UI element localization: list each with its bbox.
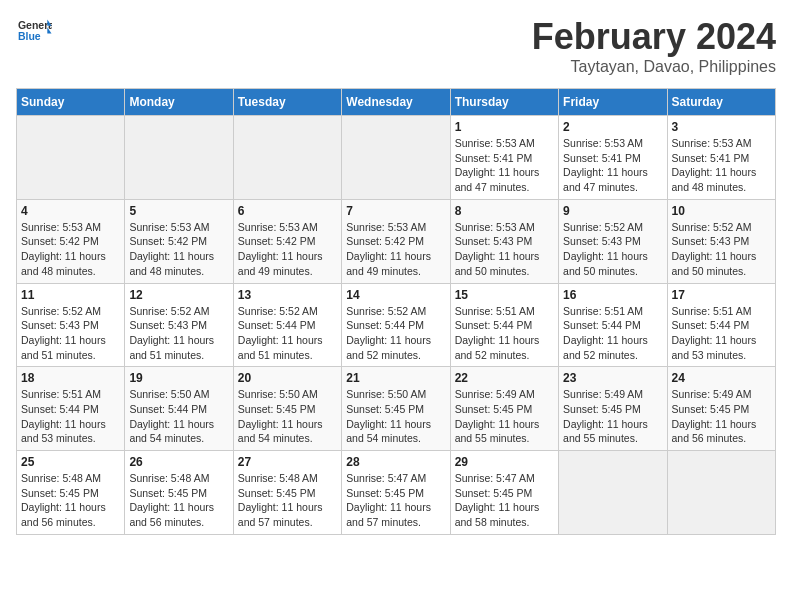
day-info: Sunrise: 5:50 AMSunset: 5:45 PMDaylight:… [238, 387, 337, 446]
calendar-cell [342, 116, 450, 200]
day-info: Sunrise: 5:52 AMSunset: 5:43 PMDaylight:… [672, 220, 771, 279]
day-info: Sunrise: 5:50 AMSunset: 5:45 PMDaylight:… [346, 387, 445, 446]
title-section: February 2024 Taytayan, Davao, Philippin… [532, 16, 776, 76]
svg-text:Blue: Blue [18, 30, 41, 42]
day-number: 14 [346, 288, 445, 302]
day-info: Sunrise: 5:49 AMSunset: 5:45 PMDaylight:… [672, 387, 771, 446]
calendar-cell: 6Sunrise: 5:53 AMSunset: 5:42 PMDaylight… [233, 199, 341, 283]
day-number: 19 [129, 371, 228, 385]
day-info: Sunrise: 5:48 AMSunset: 5:45 PMDaylight:… [238, 471, 337, 530]
calendar-cell [667, 451, 775, 535]
calendar-cell: 23Sunrise: 5:49 AMSunset: 5:45 PMDayligh… [559, 367, 667, 451]
calendar-cell: 21Sunrise: 5:50 AMSunset: 5:45 PMDayligh… [342, 367, 450, 451]
day-number: 13 [238, 288, 337, 302]
day-number: 18 [21, 371, 120, 385]
day-number: 29 [455, 455, 554, 469]
day-info: Sunrise: 5:47 AMSunset: 5:45 PMDaylight:… [455, 471, 554, 530]
day-number: 8 [455, 204, 554, 218]
day-info: Sunrise: 5:51 AMSunset: 5:44 PMDaylight:… [563, 304, 662, 363]
column-header-monday: Monday [125, 89, 233, 116]
day-info: Sunrise: 5:50 AMSunset: 5:44 PMDaylight:… [129, 387, 228, 446]
calendar-cell: 20Sunrise: 5:50 AMSunset: 5:45 PMDayligh… [233, 367, 341, 451]
day-number: 17 [672, 288, 771, 302]
day-info: Sunrise: 5:48 AMSunset: 5:45 PMDaylight:… [129, 471, 228, 530]
calendar-week-row: 18Sunrise: 5:51 AMSunset: 5:44 PMDayligh… [17, 367, 776, 451]
day-number: 16 [563, 288, 662, 302]
day-info: Sunrise: 5:52 AMSunset: 5:43 PMDaylight:… [129, 304, 228, 363]
calendar-cell: 8Sunrise: 5:53 AMSunset: 5:43 PMDaylight… [450, 199, 558, 283]
day-number: 27 [238, 455, 337, 469]
day-info: Sunrise: 5:48 AMSunset: 5:45 PMDaylight:… [21, 471, 120, 530]
day-info: Sunrise: 5:53 AMSunset: 5:42 PMDaylight:… [129, 220, 228, 279]
calendar-table: SundayMondayTuesdayWednesdayThursdayFrid… [16, 88, 776, 535]
day-number: 24 [672, 371, 771, 385]
calendar-cell: 18Sunrise: 5:51 AMSunset: 5:44 PMDayligh… [17, 367, 125, 451]
day-number: 21 [346, 371, 445, 385]
day-number: 12 [129, 288, 228, 302]
calendar-cell: 5Sunrise: 5:53 AMSunset: 5:42 PMDaylight… [125, 199, 233, 283]
day-number: 7 [346, 204, 445, 218]
column-header-friday: Friday [559, 89, 667, 116]
day-number: 4 [21, 204, 120, 218]
calendar-cell: 27Sunrise: 5:48 AMSunset: 5:45 PMDayligh… [233, 451, 341, 535]
day-info: Sunrise: 5:51 AMSunset: 5:44 PMDaylight:… [21, 387, 120, 446]
calendar-cell: 15Sunrise: 5:51 AMSunset: 5:44 PMDayligh… [450, 283, 558, 367]
day-number: 28 [346, 455, 445, 469]
column-header-wednesday: Wednesday [342, 89, 450, 116]
day-number: 15 [455, 288, 554, 302]
day-number: 20 [238, 371, 337, 385]
calendar-cell: 2Sunrise: 5:53 AMSunset: 5:41 PMDaylight… [559, 116, 667, 200]
page-header: General Blue February 2024 Taytayan, Dav… [16, 16, 776, 76]
day-info: Sunrise: 5:53 AMSunset: 5:42 PMDaylight:… [21, 220, 120, 279]
day-number: 6 [238, 204, 337, 218]
calendar-cell: 9Sunrise: 5:52 AMSunset: 5:43 PMDaylight… [559, 199, 667, 283]
calendar-cell: 14Sunrise: 5:52 AMSunset: 5:44 PMDayligh… [342, 283, 450, 367]
day-number: 23 [563, 371, 662, 385]
day-info: Sunrise: 5:47 AMSunset: 5:45 PMDaylight:… [346, 471, 445, 530]
day-info: Sunrise: 5:49 AMSunset: 5:45 PMDaylight:… [563, 387, 662, 446]
day-info: Sunrise: 5:53 AMSunset: 5:41 PMDaylight:… [672, 136, 771, 195]
day-number: 11 [21, 288, 120, 302]
svg-text:General: General [18, 19, 52, 31]
calendar-cell: 10Sunrise: 5:52 AMSunset: 5:43 PMDayligh… [667, 199, 775, 283]
calendar-week-row: 11Sunrise: 5:52 AMSunset: 5:43 PMDayligh… [17, 283, 776, 367]
day-info: Sunrise: 5:51 AMSunset: 5:44 PMDaylight:… [455, 304, 554, 363]
day-info: Sunrise: 5:53 AMSunset: 5:41 PMDaylight:… [563, 136, 662, 195]
column-header-thursday: Thursday [450, 89, 558, 116]
calendar-cell: 25Sunrise: 5:48 AMSunset: 5:45 PMDayligh… [17, 451, 125, 535]
day-info: Sunrise: 5:53 AMSunset: 5:41 PMDaylight:… [455, 136, 554, 195]
day-number: 1 [455, 120, 554, 134]
calendar-cell [233, 116, 341, 200]
day-number: 9 [563, 204, 662, 218]
day-number: 2 [563, 120, 662, 134]
calendar-cell: 4Sunrise: 5:53 AMSunset: 5:42 PMDaylight… [17, 199, 125, 283]
day-info: Sunrise: 5:49 AMSunset: 5:45 PMDaylight:… [455, 387, 554, 446]
day-info: Sunrise: 5:52 AMSunset: 5:44 PMDaylight:… [346, 304, 445, 363]
calendar-cell: 29Sunrise: 5:47 AMSunset: 5:45 PMDayligh… [450, 451, 558, 535]
day-info: Sunrise: 5:52 AMSunset: 5:43 PMDaylight:… [21, 304, 120, 363]
calendar-week-row: 25Sunrise: 5:48 AMSunset: 5:45 PMDayligh… [17, 451, 776, 535]
day-info: Sunrise: 5:52 AMSunset: 5:44 PMDaylight:… [238, 304, 337, 363]
day-info: Sunrise: 5:53 AMSunset: 5:42 PMDaylight:… [238, 220, 337, 279]
calendar-cell: 3Sunrise: 5:53 AMSunset: 5:41 PMDaylight… [667, 116, 775, 200]
calendar-cell [17, 116, 125, 200]
column-header-saturday: Saturday [667, 89, 775, 116]
calendar-cell: 28Sunrise: 5:47 AMSunset: 5:45 PMDayligh… [342, 451, 450, 535]
calendar-cell: 19Sunrise: 5:50 AMSunset: 5:44 PMDayligh… [125, 367, 233, 451]
calendar-cell [559, 451, 667, 535]
day-number: 26 [129, 455, 228, 469]
logo-icon: General Blue [16, 16, 52, 44]
location-title: Taytayan, Davao, Philippines [532, 58, 776, 76]
calendar-cell: 7Sunrise: 5:53 AMSunset: 5:42 PMDaylight… [342, 199, 450, 283]
calendar-cell: 12Sunrise: 5:52 AMSunset: 5:43 PMDayligh… [125, 283, 233, 367]
column-header-tuesday: Tuesday [233, 89, 341, 116]
month-title: February 2024 [532, 16, 776, 58]
calendar-cell: 11Sunrise: 5:52 AMSunset: 5:43 PMDayligh… [17, 283, 125, 367]
calendar-cell: 24Sunrise: 5:49 AMSunset: 5:45 PMDayligh… [667, 367, 775, 451]
calendar-cell: 1Sunrise: 5:53 AMSunset: 5:41 PMDaylight… [450, 116, 558, 200]
calendar-week-row: 1Sunrise: 5:53 AMSunset: 5:41 PMDaylight… [17, 116, 776, 200]
day-number: 3 [672, 120, 771, 134]
column-header-sunday: Sunday [17, 89, 125, 116]
calendar-cell: 13Sunrise: 5:52 AMSunset: 5:44 PMDayligh… [233, 283, 341, 367]
day-info: Sunrise: 5:53 AMSunset: 5:43 PMDaylight:… [455, 220, 554, 279]
